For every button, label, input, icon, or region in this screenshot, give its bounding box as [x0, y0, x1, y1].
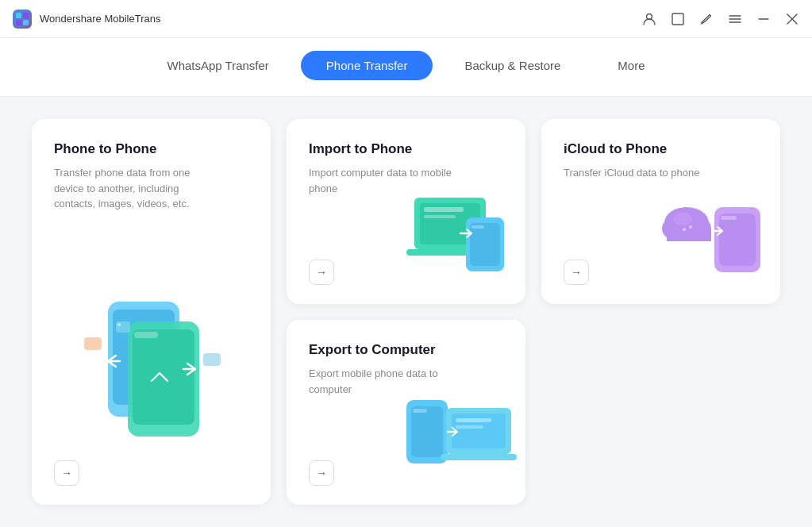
nav-bar: WhatsApp Transfer Phone Transfer Backup …: [0, 38, 812, 97]
title-bar: Wondershare MobileTrans: [0, 0, 812, 38]
tab-more[interactable]: More: [592, 51, 670, 80]
card-import-to-phone[interactable]: Import to Phone Import computer data to …: [287, 119, 525, 304]
svg-rect-19: [116, 321, 130, 333]
svg-rect-17: [84, 337, 102, 350]
svg-rect-16: [134, 332, 158, 338]
svg-rect-45: [456, 418, 491, 422]
svg-rect-41: [413, 409, 427, 413]
import-illustration: [406, 182, 518, 277]
svg-rect-0: [16, 13, 21, 18]
card-export-arrow[interactable]: →: [309, 460, 334, 486]
window-icon[interactable]: [671, 12, 685, 26]
card-phone-to-phone[interactable]: Phone to Phone Transfer phone data from …: [32, 119, 271, 505]
tab-whatsapp[interactable]: WhatsApp Transfer: [141, 51, 294, 80]
menu-icon[interactable]: [728, 12, 742, 26]
svg-point-20: [117, 323, 121, 326]
card-phone-to-phone-title: Phone to Phone: [54, 141, 248, 157]
svg-rect-3: [23, 20, 29, 25]
svg-rect-40: [411, 406, 443, 457]
app-icon: [13, 10, 32, 29]
card-export-title: Export to Computer: [309, 342, 503, 358]
svg-rect-44: [441, 454, 517, 460]
svg-rect-24: [424, 207, 464, 212]
card-import-title: Import to Phone: [309, 141, 503, 157]
card-icloud-arrow[interactable]: →: [564, 260, 589, 285]
card-phone-to-phone-desc: Transfer phone data from one device to a…: [54, 165, 197, 212]
svg-point-36: [673, 213, 692, 225]
svg-rect-1: [23, 13, 29, 18]
svg-rect-35: [667, 229, 711, 241]
card-icloud-desc: Transfer iCloud data to phone: [564, 165, 706, 181]
svg-rect-25: [424, 215, 456, 218]
export-illustration: [402, 380, 518, 479]
profile-icon[interactable]: [642, 12, 656, 26]
app-name-label: Wondershare MobileTrans: [40, 13, 642, 25]
card-icloud-title: iCloud to Phone: [564, 141, 758, 157]
svg-point-37: [683, 228, 686, 231]
window-controls: [642, 12, 799, 26]
svg-rect-30: [719, 213, 756, 266]
minimize-icon[interactable]: [756, 12, 771, 26]
svg-rect-2: [16, 20, 21, 25]
svg-rect-46: [456, 425, 483, 429]
card-export-to-computer[interactable]: Export to Computer Export mobile phone d…: [287, 320, 525, 505]
svg-rect-27: [470, 223, 500, 266]
main-content: Phone to Phone Transfer phone data from …: [0, 97, 812, 527]
svg-point-38: [689, 225, 692, 229]
icloud-illustration: [659, 179, 774, 279]
tab-backup-restore[interactable]: Backup & Restore: [439, 51, 586, 80]
card-import-arrow[interactable]: →: [309, 260, 334, 285]
close-icon[interactable]: [785, 12, 799, 26]
svg-rect-5: [672, 13, 683, 25]
svg-rect-18: [203, 353, 221, 366]
edit-icon[interactable]: [699, 12, 714, 26]
card-phone-to-phone-arrow[interactable]: →: [54, 460, 79, 486]
phone-to-phone-illustration: [60, 278, 243, 444]
svg-rect-28: [471, 225, 484, 229]
tab-phone-transfer[interactable]: Phone Transfer: [301, 51, 433, 80]
svg-rect-31: [721, 216, 737, 220]
card-icloud-to-phone[interactable]: iCloud to Phone Transfer iCloud data to …: [541, 119, 780, 304]
